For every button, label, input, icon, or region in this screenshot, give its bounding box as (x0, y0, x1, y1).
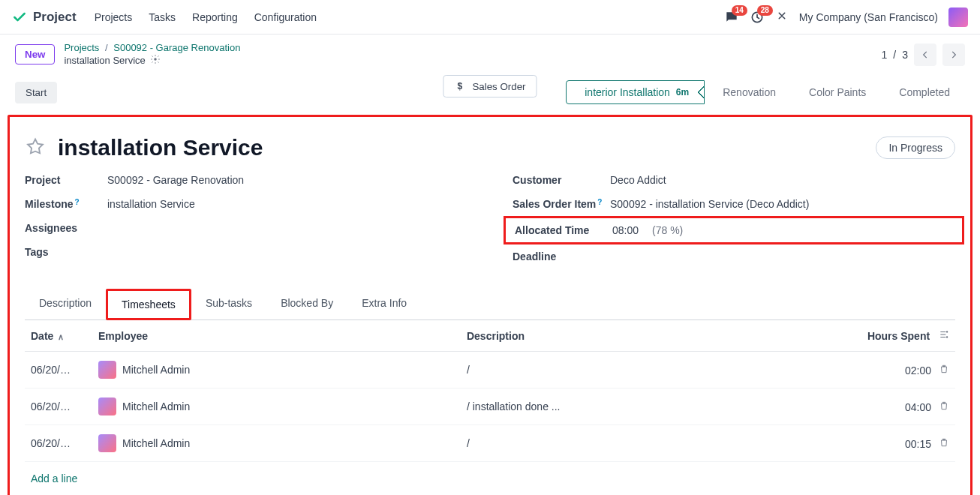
stage-interior-installation[interactable]: interior Installation 6m (566, 80, 705, 104)
start-button[interactable]: Start (15, 82, 57, 104)
cell-hours[interactable]: 02:00 (835, 352, 955, 388)
task-title[interactable]: installation Service (58, 135, 263, 160)
pager: 1 / 3 (882, 44, 965, 66)
employee-avatar (98, 398, 116, 416)
nav-reporting[interactable]: Reporting (192, 11, 238, 23)
sales-order-label: Sales Order (472, 81, 525, 92)
stage-renovation[interactable]: Renovation (705, 81, 791, 104)
task-form-highlight: installation Service In Progress Project… (8, 115, 972, 495)
cell-employee[interactable]: Mitchell Admin (92, 425, 461, 462)
activities-badge: 28 (757, 5, 773, 16)
breadcrumb: Projects / S00092 - Garage Renovation in… (64, 42, 240, 67)
new-button[interactable]: New (15, 44, 55, 64)
cell-date[interactable]: 06/20/… (25, 352, 92, 388)
nav-projects[interactable]: Projects (95, 11, 133, 23)
nav-right: 14 28 My Company (San Francisco) (724, 8, 968, 27)
cell-description[interactable]: / (461, 352, 835, 388)
field-project: Project S00092 - Garage Renovation (25, 174, 467, 186)
sort-asc-icon: ∧ (58, 332, 64, 341)
trash-icon[interactable] (939, 364, 949, 376)
tab-timesheets[interactable]: Timesheets (106, 289, 191, 320)
pager-current: 1 (882, 49, 888, 61)
svg-text:$: $ (457, 81, 462, 92)
cell-hours[interactable]: 04:00 (835, 388, 955, 425)
th-date[interactable]: Date∧ (25, 320, 92, 352)
customer-value[interactable]: Deco Addict (610, 174, 666, 186)
sales-order-button[interactable]: $ Sales Order (443, 75, 537, 98)
brand-label: Project (33, 10, 77, 25)
stage-duration: 6m (676, 87, 689, 98)
project-value[interactable]: S00092 - Garage Renovation (107, 174, 244, 186)
gear-icon[interactable] (150, 54, 161, 68)
nav-configuration[interactable]: Configuration (254, 11, 317, 23)
milestone-label: Milestone? (25, 198, 107, 210)
tab-subtasks[interactable]: Sub-tasks (191, 289, 266, 320)
stage-label: Completed (899, 86, 950, 98)
activities-icon[interactable]: 28 (750, 10, 765, 25)
crumb-current: installation Service (64, 55, 145, 67)
help-icon[interactable]: ? (597, 198, 602, 206)
stage-completed[interactable]: Completed (881, 81, 965, 104)
th-employee[interactable]: Employee (92, 320, 461, 352)
field-milestone: Milestone? installation Service (25, 198, 467, 210)
pager-total: 3 (902, 49, 908, 61)
field-tags: Tags (25, 246, 467, 258)
crumb-projects[interactable]: Projects (64, 42, 99, 53)
employee-name: Mitchell Admin (122, 400, 190, 412)
svg-point-3 (946, 332, 948, 333)
stage-label: Renovation (723, 86, 776, 98)
cell-description[interactable]: / (461, 425, 835, 462)
brand[interactable]: Project (12, 10, 77, 25)
tab-description[interactable]: Description (25, 289, 106, 320)
debug-icon[interactable] (775, 9, 789, 25)
company-switcher[interactable]: My Company (San Francisco) (799, 11, 938, 23)
alloc-percent: (78 %) (652, 224, 683, 236)
deadline-label: Deadline (513, 250, 610, 262)
right-column: Customer Deco Addict Sales Order Item? S… (513, 174, 955, 274)
help-icon[interactable]: ? (75, 198, 80, 206)
pager-slash: / (893, 49, 896, 61)
stage-label: interior Installation (585, 86, 670, 98)
stage-color-paints[interactable]: Color Paints (791, 81, 881, 104)
user-avatar[interactable] (948, 8, 968, 27)
alloc-label: Allocated Time (515, 224, 612, 236)
crumb-order[interactable]: S00092 - Garage Renovation (113, 42, 240, 53)
tab-extrainfo[interactable]: Extra Info (347, 289, 421, 320)
milestone-value[interactable]: installation Service (107, 198, 195, 210)
status-pill[interactable]: In Progress (876, 136, 955, 159)
pager-next[interactable] (942, 44, 965, 66)
field-customer: Customer Deco Addict (513, 174, 955, 186)
table-row[interactable]: 06/20/…Mitchell Admin/02:00 (25, 352, 955, 388)
employee-avatar (98, 361, 116, 379)
trash-icon[interactable] (939, 438, 949, 450)
tab-blockedby[interactable]: Blocked By (266, 289, 347, 320)
cell-employee[interactable]: Mitchell Admin (92, 352, 461, 388)
trash-icon[interactable] (939, 401, 949, 413)
crumb-sep: / (105, 42, 108, 53)
table-row[interactable]: 06/20/…Mitchell Admin/00:15 (25, 425, 955, 462)
employee-name: Mitchell Admin (122, 437, 190, 449)
th-description[interactable]: Description (461, 320, 835, 352)
cell-date[interactable]: 06/20/… (25, 388, 92, 425)
messaging-badge: 14 (732, 5, 747, 16)
alloc-value[interactable]: 08:00 (612, 224, 639, 236)
allocated-time-highlight: Allocated Time 08:00 (78 %) (504, 216, 964, 244)
nav-links: Projects Tasks Reporting Configuration (95, 11, 317, 23)
nav-tasks[interactable]: Tasks (149, 11, 176, 23)
assignees-label: Assignees (25, 222, 107, 234)
field-deadline: Deadline (513, 250, 955, 262)
star-icon[interactable] (25, 136, 46, 160)
field-grid: Project S00092 - Garage Renovation Miles… (25, 174, 955, 274)
pager-prev[interactable] (914, 44, 936, 66)
cell-date[interactable]: 06/20/… (25, 425, 92, 462)
cell-description[interactable]: / installation done ... (461, 388, 835, 425)
add-line[interactable]: Add a line (25, 462, 955, 495)
columns-settings-icon[interactable] (939, 330, 949, 342)
table-row[interactable]: 06/20/…Mitchell Admin/ installation done… (25, 388, 955, 425)
stage-label: Color Paints (809, 86, 866, 98)
soi-value[interactable]: S00092 - installation Service (Deco Addi… (610, 198, 809, 210)
messaging-icon[interactable]: 14 (724, 10, 739, 25)
th-hours[interactable]: Hours Spent (835, 320, 955, 352)
cell-hours[interactable]: 00:15 (835, 425, 955, 462)
cell-employee[interactable]: Mitchell Admin (92, 388, 461, 425)
